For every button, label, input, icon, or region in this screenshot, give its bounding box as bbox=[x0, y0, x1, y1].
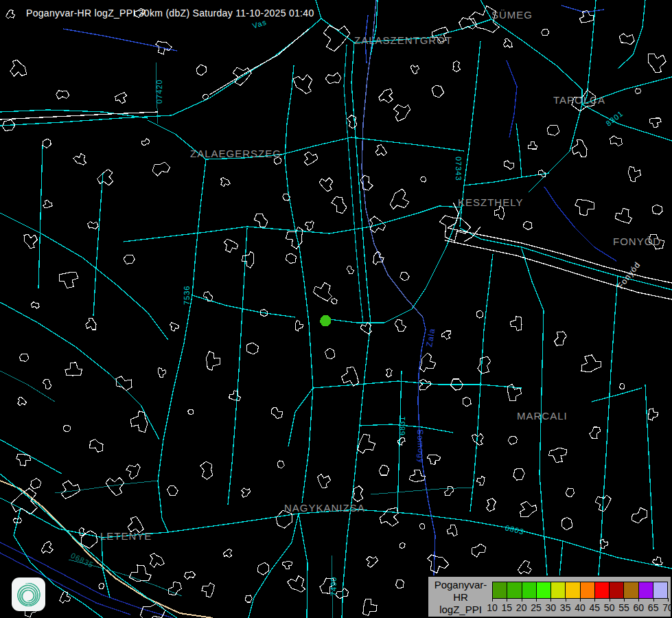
legend-product-name: logZ_PPI bbox=[430, 604, 491, 616]
legend-tick-mark bbox=[507, 598, 507, 602]
legend-title-block: Poganyvar-HR logZ_PPI dbZ bbox=[430, 579, 491, 618]
legend-swatch-50-55 bbox=[609, 582, 623, 598]
legend-tick-30: 30 bbox=[546, 602, 557, 613]
legend-swatch-35-40 bbox=[565, 582, 579, 598]
legend-swatch-40-45 bbox=[580, 582, 594, 598]
legend-tick-mark bbox=[492, 598, 493, 602]
legend-tick-20: 20 bbox=[516, 602, 527, 613]
city-label-fonyd: FONYÓD bbox=[613, 236, 661, 247]
met-spiral-logo[interactable] bbox=[12, 577, 45, 611]
city-label-letenye: LETENYE bbox=[100, 530, 152, 542]
road-label-07420: 07420 bbox=[155, 79, 163, 104]
road-label-7490: 7490 bbox=[329, 577, 338, 596]
legend-tick-40: 40 bbox=[575, 602, 586, 613]
city-label-nagykanizsa: NAGYKANIZSA bbox=[284, 502, 365, 514]
legend-tick-mark bbox=[624, 598, 625, 602]
legend-tick-mark bbox=[580, 598, 581, 602]
road-label-7536: 7536 bbox=[183, 286, 191, 305]
legend-swatch-25-30 bbox=[536, 582, 551, 598]
legend-tick-mark bbox=[566, 598, 566, 602]
city-label-zalaegerszeg: ZALAEGERSZEG bbox=[190, 148, 281, 159]
legend-tick-15: 15 bbox=[502, 602, 513, 613]
legend-swatch-20-25 bbox=[522, 582, 536, 598]
radar-map: Poganyvar-HR logZ_PPI 30km (dbZ) Saturda… bbox=[0, 0, 672, 618]
legend-tick-mark bbox=[638, 598, 639, 602]
legend-tick-60: 60 bbox=[634, 602, 645, 613]
legend-swatch-60-65 bbox=[638, 582, 653, 598]
legend-tick-25: 25 bbox=[531, 602, 542, 613]
spiral-icon bbox=[12, 577, 45, 611]
legend-tick-mark bbox=[653, 598, 654, 602]
legend-swatch-30-35 bbox=[551, 582, 565, 598]
city-label-smeg: SÜMEG bbox=[491, 9, 533, 21]
legend-swatch-65-70 bbox=[653, 582, 667, 598]
legend-panel: Poganyvar-HR logZ_PPI dbZ 10152025303540… bbox=[427, 575, 672, 618]
legend-swatch-15-20 bbox=[507, 582, 521, 598]
legend-tick-mark bbox=[536, 598, 537, 602]
city-label-keszthely: KESZTHELY bbox=[458, 196, 523, 208]
legend-swatch-45-50 bbox=[594, 582, 609, 598]
shore-lines bbox=[0, 29, 672, 299]
legend-tick-35: 35 bbox=[560, 602, 571, 613]
legend-tick-70: 70 bbox=[662, 602, 672, 613]
legend-swatch-10-15 bbox=[493, 582, 507, 598]
road-label-07343: 07343 bbox=[454, 157, 463, 181]
legend-tick-mark bbox=[594, 598, 595, 602]
legend-color-scale bbox=[492, 582, 668, 599]
road-lines bbox=[0, 0, 672, 618]
legend-tick-45: 45 bbox=[590, 602, 601, 613]
legend-tick-50: 50 bbox=[604, 602, 615, 613]
legend-tick-mark bbox=[610, 598, 610, 602]
legend-tick-65: 65 bbox=[648, 602, 659, 613]
road-label-6831: 6831 bbox=[398, 416, 406, 435]
legend-swatch-55-60 bbox=[623, 582, 638, 598]
radar-echo-cell bbox=[320, 315, 331, 326]
map-canvas bbox=[0, 0, 672, 618]
city-label-zalaszentgrt: ZALASZENTGRÓT bbox=[354, 34, 452, 46]
legend-tick-55: 55 bbox=[618, 602, 629, 613]
water-label-somogy: Somogy bbox=[415, 429, 426, 464]
city-label-marcali: MARCALI bbox=[517, 410, 568, 422]
legend-tick-mark bbox=[668, 598, 669, 602]
city-label-tapolca: TAPOLCA bbox=[553, 94, 605, 106]
map-title: Poganyvar-HR logZ_PPI 30km (dbZ) Saturda… bbox=[26, 8, 314, 19]
legend-tick-mark bbox=[551, 598, 551, 602]
legend-tick-mark bbox=[522, 598, 522, 602]
legend-radar-name: Poganyvar-HR bbox=[430, 579, 491, 604]
legend-tick-10: 10 bbox=[487, 602, 498, 613]
